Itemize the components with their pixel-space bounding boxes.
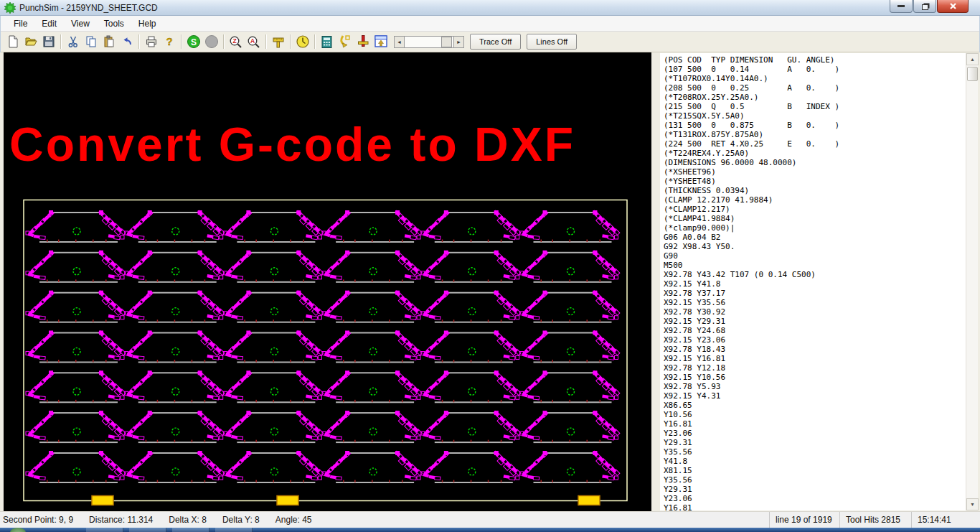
speed-right-arrow-icon[interactable]: ► xyxy=(453,36,464,48)
taskbar-button[interactable] xyxy=(129,528,166,532)
help-icon: ? xyxy=(163,35,176,48)
canvas-overlay-text: Convert G-code to DXF xyxy=(9,117,575,172)
main-area: Convert G-code to DXF (POS COD TYP DIMEN… xyxy=(0,52,980,511)
undo-icon xyxy=(121,35,133,48)
paste-button[interactable] xyxy=(100,34,117,50)
new-file-icon xyxy=(6,35,19,48)
calculator-icon xyxy=(320,35,334,49)
status-delta-y: Delta Y: 8 xyxy=(222,515,260,525)
copy-icon xyxy=(85,35,98,48)
toolbar-separator xyxy=(314,34,315,49)
status-second-point: Second Point: 9, 9 xyxy=(3,515,73,525)
trace-toggle-button[interactable]: Trace Off xyxy=(470,34,521,50)
print-button[interactable] xyxy=(143,34,159,50)
status-tool-hits: Tool Hits 2815 xyxy=(839,512,911,528)
help-button[interactable]: ? xyxy=(161,34,177,50)
panel-splitter[interactable] xyxy=(651,52,660,511)
toolbar-separator xyxy=(265,34,266,49)
run-time-button[interactable] xyxy=(294,34,311,50)
start-orb-icon[interactable] xyxy=(10,528,26,532)
close-button[interactable] xyxy=(937,0,969,13)
menu-help[interactable]: Help xyxy=(131,17,164,31)
speed-left-arrow-icon[interactable]: ◄ xyxy=(394,36,405,48)
punch-tool-button[interactable] xyxy=(354,34,371,50)
cut-icon xyxy=(67,35,80,48)
toolbar-separator xyxy=(181,34,182,49)
svg-text:?: ? xyxy=(166,35,172,47)
toolbar-separator xyxy=(138,34,139,49)
turret-tool-icon xyxy=(338,34,352,49)
menu-file[interactable]: File xyxy=(6,17,34,31)
zoom-all-button[interactable]: A xyxy=(245,34,262,50)
status-bar: Second Point: 9, 9 Distance: 11.314 Delt… xyxy=(0,511,980,528)
svg-text:Z: Z xyxy=(232,37,236,45)
toolbar-separator xyxy=(290,34,291,49)
zoom-button[interactable]: Z xyxy=(227,34,244,50)
open-folder-icon xyxy=(24,35,37,48)
gcode-text-panel[interactable]: (POS COD TYP DIMENSION GU. ANGLE) (107 5… xyxy=(660,53,966,510)
gcode-scrollbar[interactable]: ▲ ▼ xyxy=(966,53,978,510)
speed-scrollbar[interactable]: ◄ ► xyxy=(394,36,464,48)
taskbar-button[interactable] xyxy=(86,528,123,532)
title-bar[interactable]: PunchSim - 2159YND_SHEET.GCD xyxy=(0,0,980,16)
svg-text:A: A xyxy=(250,37,255,45)
stop-icon xyxy=(204,34,219,49)
speed-thumb[interactable] xyxy=(441,37,452,47)
save-icon xyxy=(42,35,55,48)
cut-button[interactable] xyxy=(65,34,81,50)
menu-edit[interactable]: Edit xyxy=(34,17,64,31)
start-icon: S xyxy=(187,34,201,49)
svg-text:S: S xyxy=(190,37,196,47)
measure-button[interactable] xyxy=(270,34,286,50)
status-distance: Distance: 11.314 xyxy=(89,515,153,525)
save-button[interactable] xyxy=(40,34,57,50)
tool-load-button[interactable] xyxy=(336,34,353,50)
speed-track[interactable] xyxy=(405,36,453,48)
restore-button[interactable] xyxy=(913,0,936,13)
status-line-indicator: line 19 of 1919 xyxy=(769,512,839,528)
minimize-button[interactable] xyxy=(890,0,913,13)
sheet-view-button[interactable] xyxy=(372,34,389,50)
scroll-up-icon[interactable]: ▲ xyxy=(966,53,979,65)
toolbar-separator xyxy=(223,34,224,49)
minimize-icon xyxy=(897,5,905,7)
toolbar-separator xyxy=(60,34,61,49)
open-file-button[interactable] xyxy=(22,34,39,50)
gcode-text[interactable]: (POS COD TYP DIMENSION GU. ANGLE) (107 5… xyxy=(660,53,966,510)
lines-toggle-button[interactable]: Lines Off xyxy=(527,34,577,50)
toolbar: ? S Z A xyxy=(1,32,979,52)
status-measurement: Second Point: 9, 9 Distance: 11.314 Delt… xyxy=(0,515,769,525)
calculator-button[interactable] xyxy=(319,34,335,50)
windows-taskbar[interactable] xyxy=(0,528,980,532)
scroll-thumb[interactable] xyxy=(967,67,978,81)
taskbar-button[interactable] xyxy=(215,528,253,532)
sheet-window-icon xyxy=(374,34,388,49)
menu-tools[interactable]: Tools xyxy=(97,17,131,31)
close-icon xyxy=(949,2,957,10)
print-icon xyxy=(145,35,158,48)
clock-icon xyxy=(296,34,310,49)
menu-view[interactable]: View xyxy=(64,17,97,31)
undo-button[interactable] xyxy=(118,34,135,50)
app-icon xyxy=(4,2,16,14)
status-delta-x: Delta X: 8 xyxy=(169,515,207,525)
zoom-a-icon: A xyxy=(247,35,260,49)
app-window: PunchSim - 2159YND_SHEET.GCD File Edit V… xyxy=(0,0,980,532)
scroll-down-icon[interactable]: ▼ xyxy=(966,498,979,510)
new-file-button[interactable] xyxy=(4,34,21,50)
taskbar-button[interactable] xyxy=(172,528,209,532)
status-angle: Angle: 45 xyxy=(275,515,312,525)
stop-simulation-button[interactable] xyxy=(203,34,220,50)
start-simulation-button[interactable]: S xyxy=(185,34,202,50)
ruler-icon xyxy=(271,34,286,49)
restore-icon xyxy=(922,4,928,10)
simulation-canvas[interactable]: Convert G-code to DXF xyxy=(4,52,651,511)
status-clock: 15:14:41 xyxy=(911,512,980,528)
copy-button[interactable] xyxy=(83,34,99,50)
paste-icon xyxy=(103,35,116,48)
punch-tool-icon xyxy=(356,34,370,49)
zoom-z-icon: Z xyxy=(229,35,242,49)
menu-bar: File Edit View Tools Help xyxy=(1,16,979,32)
window-title: PunchSim - 2159YND_SHEET.GCD xyxy=(19,3,158,13)
